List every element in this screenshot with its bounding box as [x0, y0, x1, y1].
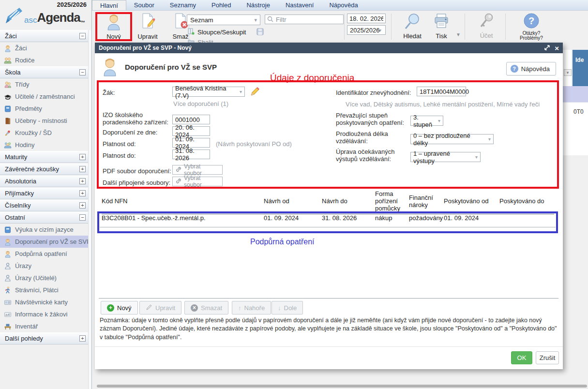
expand-toggle-icon[interactable]: + [79, 190, 86, 196]
link-icon [176, 166, 181, 174]
sidebar-section-skola[interactable]: Škola − [0, 66, 91, 78]
sidebar-section-dalsi-pohledy[interactable]: Další pohledy + [0, 332, 91, 344]
school-year-input[interactable] [347, 25, 386, 35]
print-button[interactable]: Tisk [428, 13, 455, 41]
expand-toggle-icon[interactable]: + [79, 335, 86, 342]
filter-dropdown-icon[interactable]: ▾ [564, 69, 572, 76]
section-label: Číselníky [5, 202, 30, 209]
sidebar-item-krouzky[interactable]: Kroužky / ŠD [0, 127, 91, 139]
menu-tab-nastroje[interactable]: Nástroje [239, 0, 277, 10]
expand-toggle-icon[interactable]: + [79, 178, 86, 184]
menu-tab-pohled[interactable]: Pohled [204, 0, 239, 10]
move-down-button[interactable]: ↓ Dole [271, 301, 303, 314]
search-button[interactable]: Hledat [398, 13, 427, 41]
current-date-input[interactable] [347, 14, 386, 23]
edit-student-pencil-icon[interactable] [250, 86, 260, 98]
sidebar-section-ostatni[interactable]: Ostatní − [0, 211, 91, 224]
sidebar-item-urazy[interactable]: Úrazy [0, 260, 91, 272]
save-view-icon[interactable] [256, 28, 264, 37]
dialog-titlebar[interactable]: Doporučení pro VŽ se SVP - Nový × [95, 43, 563, 53]
attachments-button[interactable]: Vybrat soubor [172, 177, 223, 186]
sidebar-item-hodiny[interactable]: Hodiny [0, 139, 91, 151]
sidebar-item-doporuceni-pro-vz-se-svp[interactable]: Doporučení pro VŽ se SVP [0, 236, 91, 248]
sidebar-item-predmety[interactable]: Předměty [0, 103, 91, 115]
extended-length-select[interactable]: 0 – bez prodloužené délky ▾ [410, 134, 494, 144]
sidebar-item-label: Předměty [15, 105, 42, 112]
pdf-file-button[interactable]: Vybrat soubor [172, 165, 223, 175]
sidebar-item-label: Učitelé / zaměstnanci [15, 93, 75, 100]
sidebar-item-ucitele[interactable]: Učitelé / zaměstnanci [0, 90, 91, 103]
sidebar-item-stravnici-platci[interactable]: Strávníci, Plátci [0, 284, 91, 296]
student-select[interactable]: Benešová Kristína (7.V) ▾ [172, 87, 245, 97]
background-column-header[interactable]: Ide [572, 50, 588, 86]
collapse-toggle-icon[interactable]: − [79, 69, 86, 75]
menu-tab-nastaveni[interactable]: Nastavení [278, 0, 322, 10]
sidebar-item-inventar[interactable]: Inventář [0, 320, 91, 332]
filter-input[interactable] [265, 15, 344, 24]
table-new-button[interactable]: + Nový [101, 301, 138, 314]
menu-tab-seznamy[interactable]: Seznamy [162, 0, 204, 10]
print-dropdown-icon[interactable]: ▼ [456, 32, 461, 37]
sidebar-item-informace-k-zakovi[interactable]: A= Informace k žákovi [0, 308, 91, 320]
table-edit-button[interactable]: Upravit [139, 301, 181, 314]
sidebar-section-zaverecne-zkousky[interactable]: Závěrečné zkoušky + [0, 163, 91, 175]
resize-icon[interactable] [544, 45, 550, 51]
move-up-button[interactable]: ↑ Nahoře [232, 301, 271, 314]
sidebar-section-ciselniky[interactable]: Číselníky + [0, 199, 91, 211]
table-delete-button[interactable]: × Smazat [184, 301, 228, 314]
expand-toggle-icon[interactable]: + [79, 202, 86, 209]
cancel-button[interactable]: Zrušit [536, 351, 559, 364]
graduation-cap-icon [4, 93, 12, 101]
logo-area: 2025/2026 ascAgenda™ [0, 0, 91, 30]
valid-to-input[interactable]: 31. 08. 2026 [172, 150, 210, 159]
background-table-strip: ▾ Ide 0T0 [559, 43, 588, 389]
section-label: Absolutoria [5, 178, 36, 185]
sidebar-item-urazy-ucitele[interactable]: Úrazy (Učitelé) [0, 272, 91, 284]
columns-group-button[interactable]: Sloupce/Seskupit [188, 28, 246, 36]
collapse-toggle-icon[interactable]: − [79, 214, 86, 221]
outputs-select[interactable]: 1 – upravené výstupy ▾ [410, 152, 481, 162]
date-field[interactable] [347, 14, 386, 23]
menu-tab-soubor[interactable]: Soubor [126, 0, 162, 10]
ok-button[interactable]: OK [511, 351, 532, 364]
sidebar-section-absolutoria[interactable]: Absolutoria + [0, 175, 91, 187]
new-record-button[interactable]: Nový [99, 13, 129, 41]
help-questions-button[interactable]: ? Otázky?Problémy? [514, 13, 549, 41]
expand-toggle-icon[interactable]: + [79, 154, 86, 160]
sidebar-item-navstevnicke-karty[interactable]: Návštěvnické karty [0, 296, 91, 308]
close-icon[interactable]: × [555, 45, 559, 51]
background-selected-row[interactable] [559, 86, 588, 102]
horizontal-scrollbar[interactable] [97, 385, 587, 388]
sidebar-item-zaci[interactable]: Žáci [0, 42, 91, 54]
more-recommendations-link[interactable]: Více doporučení (1) [173, 100, 228, 107]
menu-tab-napoveda[interactable]: Nápověda [321, 0, 365, 10]
degree-select[interactable]: 3. stupeň ▾ [410, 116, 443, 126]
logo-tm: ™ [80, 20, 85, 25]
sidebar-item-vyuka-v-cizim-jazyce[interactable]: Výuka v cizím jazyce [0, 224, 91, 236]
menu-bar: Hlavní Soubor Seznamy Pohled Nástroje Na… [92, 0, 588, 11]
sidebar-scrollbar[interactable] [88, 30, 91, 389]
sidebar-item-ucebny[interactable]: Učebny - místnosti [0, 115, 91, 127]
sidebar-section-zaci[interactable]: Žáci − [0, 30, 91, 42]
sidebar-item-rodice[interactable]: Rodiče [0, 54, 91, 66]
view-select[interactable]: Seznam ▾ [187, 15, 260, 25]
sidebar-item-podpurna-opatreni[interactable]: Podpůrná opatření [0, 248, 91, 260]
school-year-select[interactable]: ▾ [347, 25, 381, 35]
recommendation-date-input[interactable]: 20. 06. 2024 [172, 126, 210, 136]
izo-input[interactable]: 0001000 [172, 115, 210, 124]
background-table-row[interactable]: 0T0 [559, 102, 588, 155]
menu-tab-hlavni[interactable]: Hlavní [92, 0, 126, 10]
valid-from-input[interactable]: 01. 09. 2024 [172, 138, 210, 148]
account-button[interactable]: Účet [472, 13, 500, 41]
sidebar-item-tridy[interactable]: Třídy [0, 78, 91, 90]
sidebar-section-prijimacky[interactable]: Přijímačky + [0, 187, 91, 199]
col-header: Návrh od [264, 197, 322, 205]
expand-toggle-icon[interactable]: + [79, 166, 86, 172]
edit-record-button[interactable]: Upravit [133, 13, 163, 41]
support-table-row[interactable]: B3C208B01 - Spec.učeb.-ž.mentál.p. 01. 0… [102, 214, 554, 222]
identifier-input[interactable]: 18T1M004M0000 [417, 87, 466, 96]
help-button[interactable]: ? Nápověda [506, 62, 556, 75]
filter-box[interactable] [265, 15, 344, 24]
collapse-toggle-icon[interactable]: − [79, 33, 86, 39]
sidebar-section-maturity[interactable]: Maturity + [0, 151, 91, 163]
